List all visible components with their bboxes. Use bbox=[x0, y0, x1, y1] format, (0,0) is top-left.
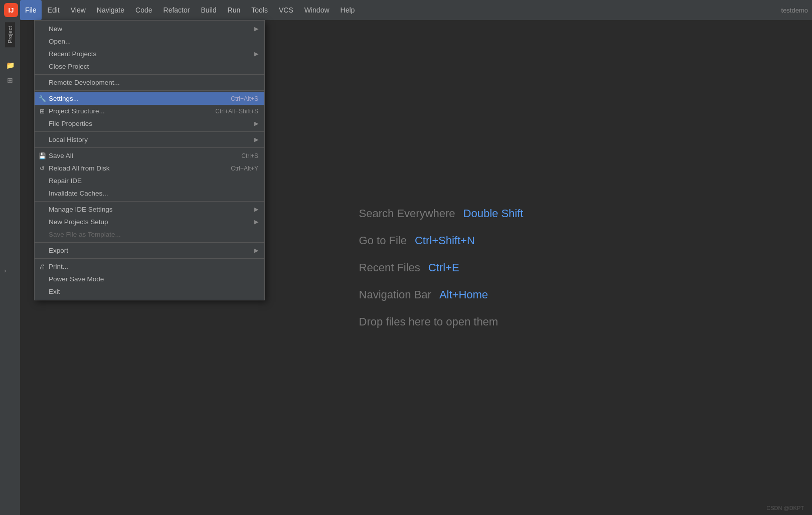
menu-item-recent-projects[interactable]: Recent Projects ▶ bbox=[35, 48, 264, 60]
hint-goto-file-key: Ctrl+Shift+N bbox=[415, 234, 475, 247]
divider-6 bbox=[35, 242, 264, 243]
divider-7 bbox=[35, 258, 264, 259]
menu-refactor[interactable]: Refactor bbox=[158, 0, 195, 20]
hint-drop-files: Drop files here to open them bbox=[359, 315, 499, 328]
editor-hints: Search Everywhere Double Shift Go to Fil… bbox=[359, 207, 524, 328]
hint-drop-files-text: Drop files here to open them bbox=[359, 315, 499, 328]
menu-code[interactable]: Code bbox=[130, 0, 157, 20]
recent-projects-arrow-icon: ▶ bbox=[234, 51, 258, 57]
menu-navigate[interactable]: Navigate bbox=[92, 0, 129, 20]
divider-5 bbox=[35, 201, 264, 202]
menu-item-new-projects-setup[interactable]: New Projects Setup ▶ bbox=[35, 216, 264, 228]
menu-bar: File Edit View Navigate Code Refactor Bu… bbox=[20, 0, 360, 20]
project-structure-icon: ⊞ bbox=[38, 107, 47, 116]
menu-tools[interactable]: Tools bbox=[246, 0, 273, 20]
file-menu-panel: New ▶ Open... Recent Projects ▶ Close Pr… bbox=[34, 20, 265, 300]
menu-item-invalidate-caches[interactable]: Invalidate Caches... bbox=[35, 187, 264, 200]
project-structure-shortcut: Ctrl+Alt+Shift+S bbox=[195, 108, 258, 115]
structure-icon[interactable]: ⊞ bbox=[4, 74, 16, 86]
save-all-shortcut: Ctrl+S bbox=[221, 152, 258, 159]
menu-item-settings[interactable]: 🔧 Settings... Ctrl+Alt+S bbox=[35, 92, 264, 105]
reload-icon: ↺ bbox=[38, 164, 47, 173]
menu-item-power-save[interactable]: Power Save Mode bbox=[35, 273, 264, 285]
print-icon: 🖨 bbox=[38, 262, 47, 271]
sidebar-tab-project[interactable]: Project bbox=[5, 22, 15, 47]
menu-window[interactable]: Window bbox=[299, 0, 335, 20]
sidebar-strip: Project 📁 ⊞ › bbox=[0, 20, 20, 515]
menu-item-reload-disk[interactable]: ↺ Reload All from Disk Ctrl+Alt+Y bbox=[35, 162, 264, 175]
reload-disk-shortcut: Ctrl+Alt+Y bbox=[211, 165, 258, 172]
menu-item-new[interactable]: New ▶ bbox=[35, 23, 264, 35]
menu-item-project-structure[interactable]: ⊞ Project Structure... Ctrl+Alt+Shift+S bbox=[35, 105, 264, 117]
hint-nav-bar-text: Navigation Bar bbox=[359, 288, 431, 301]
menu-item-print[interactable]: 🖨 Print... bbox=[35, 260, 264, 273]
file-properties-arrow-icon: ▶ bbox=[234, 120, 258, 127]
hint-search-key: Double Shift bbox=[463, 207, 524, 220]
settings-shortcut: Ctrl+Alt+S bbox=[211, 95, 258, 102]
manage-ide-arrow-icon: ▶ bbox=[234, 206, 258, 213]
menu-file[interactable]: File bbox=[20, 0, 42, 20]
watermark: CSDN @DKPT bbox=[766, 505, 804, 511]
folder-icon[interactable]: 📁 bbox=[4, 59, 16, 71]
divider-4 bbox=[35, 147, 264, 148]
divider-2 bbox=[35, 90, 264, 91]
menu-item-manage-ide[interactable]: Manage IDE Settings ▶ bbox=[35, 203, 264, 216]
hint-goto-file: Go to File Ctrl+Shift+N bbox=[359, 234, 475, 247]
hint-nav-bar-key: Alt+Home bbox=[439, 288, 488, 301]
local-history-arrow-icon: ▶ bbox=[234, 136, 258, 143]
save-icon: 💾 bbox=[38, 151, 47, 160]
hint-recent-files-key: Ctrl+E bbox=[428, 261, 459, 274]
divider-3 bbox=[35, 131, 264, 132]
menu-item-repair-ide[interactable]: Repair IDE bbox=[35, 175, 264, 187]
menu-item-open[interactable]: Open... bbox=[35, 35, 264, 48]
menu-item-save-all[interactable]: 💾 Save All Ctrl+S bbox=[35, 149, 264, 162]
menu-item-file-properties[interactable]: File Properties ▶ bbox=[35, 117, 264, 130]
menu-item-close-project[interactable]: Close Project bbox=[35, 60, 264, 73]
menu-item-remote-dev[interactable]: Remote Development... bbox=[35, 76, 264, 89]
divider-1 bbox=[35, 74, 264, 75]
new-projects-arrow-icon: ▶ bbox=[234, 219, 258, 225]
project-title: testdemo bbox=[781, 7, 808, 14]
menu-help[interactable]: Help bbox=[336, 0, 360, 20]
export-arrow-icon: ▶ bbox=[234, 247, 258, 254]
settings-wrench-icon: 🔧 bbox=[38, 94, 47, 103]
hint-search-text: Search Everywhere bbox=[359, 207, 455, 220]
new-arrow-icon: ▶ bbox=[234, 26, 258, 32]
hint-nav-bar: Navigation Bar Alt+Home bbox=[359, 288, 489, 301]
menu-edit[interactable]: Edit bbox=[43, 0, 65, 20]
menu-build[interactable]: Build bbox=[196, 0, 221, 20]
file-menu-dropdown: New ▶ Open... Recent Projects ▶ Close Pr… bbox=[34, 20, 265, 300]
menu-item-save-template: Save File as Template... bbox=[35, 228, 264, 241]
menu-vcs[interactable]: VCS bbox=[274, 0, 298, 20]
hint-recent-files-text: Recent Files bbox=[359, 261, 420, 274]
menu-run[interactable]: Run bbox=[223, 0, 246, 20]
title-bar: IJ File Edit View Navigate Code Refactor… bbox=[0, 0, 812, 20]
hint-goto-file-text: Go to File bbox=[359, 234, 407, 247]
menu-view[interactable]: View bbox=[66, 0, 91, 20]
hint-search: Search Everywhere Double Shift bbox=[359, 207, 524, 220]
menu-item-exit[interactable]: Exit bbox=[35, 285, 264, 298]
hint-recent-files: Recent Files Ctrl+E bbox=[359, 261, 459, 274]
menu-item-export[interactable]: Export ▶ bbox=[35, 244, 264, 257]
collapse-button[interactable]: › bbox=[4, 267, 6, 274]
menu-item-local-history[interactable]: Local History ▶ bbox=[35, 133, 264, 146]
app-logo: IJ bbox=[4, 3, 18, 17]
